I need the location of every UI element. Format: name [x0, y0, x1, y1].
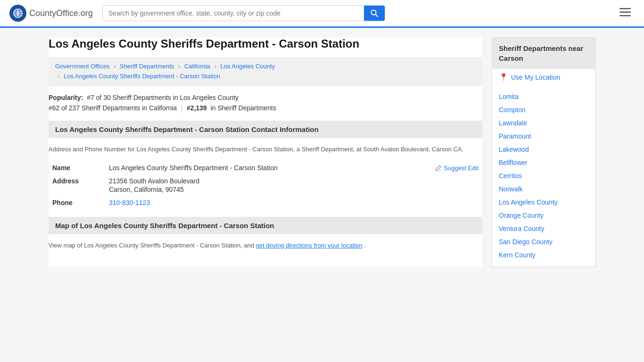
name-value: Los Angeles County Sheriffs Department -…: [109, 164, 278, 172]
svg-rect-8: [619, 15, 631, 16]
breadcrumb-sep-2: ›: [178, 63, 180, 70]
map-description: View map of Los Angeles County Sheriffs …: [49, 241, 482, 250]
address-line1: 21356 South Avalon Boulevard: [109, 177, 199, 185]
nearby-link[interactable]: Paramount: [499, 132, 531, 140]
name-row: Name Los Angeles County Sheriffs Departm…: [49, 161, 482, 174]
rank-2: #62 of 237 Sheriff Departments in Califo…: [49, 104, 177, 112]
suggest-edit-link[interactable]: Suggest Edit: [435, 165, 479, 172]
nearby-link[interactable]: Kern County: [499, 251, 536, 259]
popularity-line-1: Popularity: #7 of 30 Sheriff Departments…: [49, 94, 482, 101]
contact-description: Address and Phone Number for Los Angeles…: [49, 145, 482, 154]
phone-link[interactable]: 310-830-1123: [109, 199, 150, 206]
nearby-link[interactable]: Lawndale: [499, 119, 527, 127]
name-value-cell: Los Angeles County Sheriffs Department -…: [105, 161, 482, 174]
search-button[interactable]: [364, 6, 385, 21]
breadcrumb-item-california[interactable]: California: [184, 63, 210, 70]
list-item: Los Angeles County: [492, 196, 595, 209]
main-container: Los Angeles County Sheriffs Department -…: [39, 28, 605, 276]
nearby-list: LomitaComptonLawndaleParamountLakewoodBe…: [492, 85, 595, 266]
svg-line-5: [375, 15, 378, 17]
name-label: Name: [49, 161, 105, 174]
popularity-section: Popularity: #7 of 30 Sheriff Departments…: [49, 94, 482, 113]
use-my-location-link[interactable]: Use My Location: [511, 74, 560, 81]
nearby-link[interactable]: Cerritos: [499, 172, 522, 180]
nearby-link[interactable]: Los Angeles County: [499, 198, 558, 206]
popularity-line-2: #62 of 237 Sheriff Departments in Califo…: [49, 103, 482, 113]
list-item: Cerritos: [492, 169, 595, 182]
logo-icon: [9, 5, 26, 22]
rank-3-suffix: in Sheriff Departments: [211, 104, 276, 112]
list-item: Kern County: [492, 248, 595, 262]
breadcrumb-item-current[interactable]: Los Angeles County Sheriffs Department -…: [64, 73, 220, 80]
list-item: Norwalk: [492, 182, 595, 196]
logo-text: CountyOffice.org: [29, 8, 93, 18]
svg-rect-7: [619, 12, 631, 13]
map-desc-start: View map of Los Angeles County Sheriffs …: [49, 242, 256, 249]
list-item: Ventura County: [492, 222, 595, 235]
breadcrumb-sep-3: ›: [214, 63, 216, 70]
map-section-header: Map of Los Angeles County Sheriffs Depar…: [49, 217, 482, 234]
breadcrumb-item-sheriff-departments[interactable]: Sheriff Departments: [120, 63, 174, 70]
svg-rect-6: [619, 8, 631, 9]
contact-info-table: Name Los Angeles County Sheriffs Departm…: [49, 161, 482, 209]
list-item: Lawndale: [492, 116, 595, 130]
address-value: 21356 South Avalon Boulevard Carson, Cal…: [105, 174, 482, 196]
list-item: Lakewood: [492, 143, 595, 156]
site-header: CountyOffice.org: [0, 0, 644, 28]
map-desc-end: .: [364, 242, 366, 249]
pop-divider: |: [181, 103, 183, 113]
phone-value: 310-830-1123: [105, 196, 482, 209]
rank-3-label: #2,139: [187, 104, 207, 112]
address-row: Address 21356 South Avalon Boulevard Car…: [49, 174, 482, 196]
nearby-link[interactable]: Ventura County: [499, 225, 545, 232]
list-item: Orange County: [492, 209, 595, 222]
page-title: Los Angeles County Sheriffs Department -…: [49, 37, 482, 50]
sidebar: Sheriff Departments near Carson 📍 Use My…: [492, 37, 595, 267]
address-line2: Carson, California, 90745: [109, 185, 479, 193]
rank-1: #7 of 30 Sheriff Departments in Los Ange…: [87, 94, 239, 101]
phone-label: Phone: [49, 196, 105, 209]
address-label: Address: [49, 174, 105, 196]
directions-link[interactable]: get driving directions from your locatio…: [256, 242, 363, 249]
nearby-link[interactable]: Norwalk: [499, 185, 523, 193]
nearby-link[interactable]: Lakewood: [499, 146, 529, 153]
name-cell: Los Angeles County Sheriffs Department -…: [109, 164, 479, 172]
list-item: Lomita: [492, 90, 595, 103]
sidebar-title: Sheriff Departments near Carson: [492, 38, 595, 69]
edit-icon: [435, 165, 442, 171]
nearby-link[interactable]: Compton: [499, 106, 526, 114]
sidebar-box: Sheriff Departments near Carson 📍 Use My…: [492, 37, 595, 267]
nearby-link[interactable]: Bellflower: [499, 159, 528, 166]
location-pin-icon: 📍: [499, 73, 508, 82]
list-item: Paramount: [492, 130, 595, 143]
menu-button[interactable]: [616, 5, 635, 21]
nearby-link[interactable]: Lomita: [499, 93, 519, 100]
breadcrumb-sep: ›: [114, 63, 116, 70]
contact-section-header: Los Angeles County Sheriffs Department -…: [49, 121, 482, 138]
breadcrumb-item-government-offices[interactable]: Government Offices: [55, 63, 109, 70]
search-bar: [102, 5, 385, 21]
popularity-label: Popularity:: [49, 94, 83, 101]
nearby-link[interactable]: San Diego County: [499, 238, 553, 246]
content-area: Los Angeles County Sheriffs Department -…: [49, 37, 482, 267]
search-icon: [371, 9, 378, 17]
list-item: Compton: [492, 103, 595, 116]
hamburger-icon: [619, 8, 631, 16]
search-input[interactable]: [103, 6, 364, 21]
breadcrumb-item-la-county[interactable]: Los Angeles County: [220, 63, 275, 70]
breadcrumb: Government Offices › Sheriff Departments…: [49, 57, 482, 86]
breadcrumb-indent: ›: [58, 73, 59, 80]
list-item: Bellflower: [492, 156, 595, 169]
use-location: 📍 Use My Location: [492, 69, 595, 85]
site-logo[interactable]: CountyOffice.org: [9, 5, 93, 22]
list-item: San Diego County: [492, 235, 595, 248]
nearby-link[interactable]: Orange County: [499, 212, 544, 219]
phone-row: Phone 310-830-1123: [49, 196, 482, 209]
